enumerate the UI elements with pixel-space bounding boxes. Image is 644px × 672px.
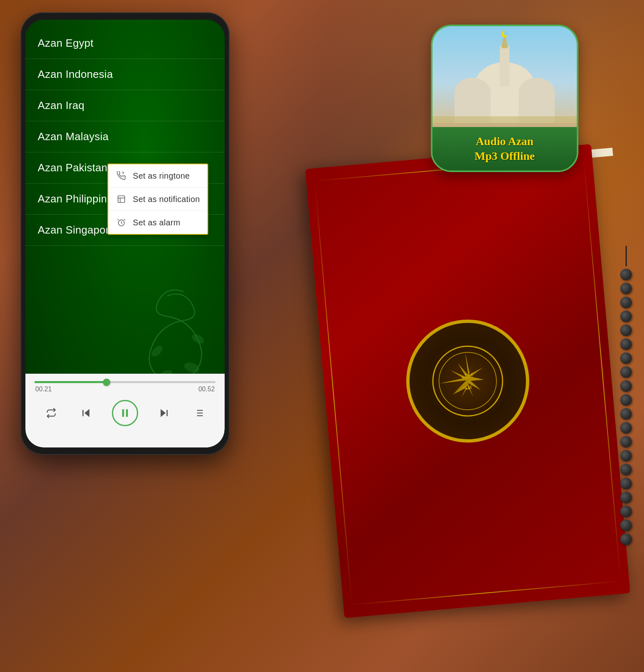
- progress-track[interactable]: [34, 381, 216, 383]
- svg-rect-33: [122, 409, 124, 417]
- svg-rect-34: [126, 409, 128, 417]
- context-menu: Set as ringtone Set as notification: [107, 163, 208, 235]
- quran-medallion: ٱللَّٰه الله: [401, 314, 534, 447]
- playlist-button[interactable]: [190, 404, 208, 422]
- player-area: 00.21 00.52: [25, 374, 225, 447]
- svg-text:ٱللَّٰه: ٱللَّٰه: [460, 372, 474, 380]
- svg-rect-25: [118, 196, 125, 203]
- svg-rect-18: [432, 116, 577, 123]
- context-alarm-label: Set as alarm: [133, 218, 180, 227]
- svg-rect-14: [500, 46, 509, 86]
- time-labels: 00.21 00.52: [34, 386, 216, 393]
- song-item-indonesia[interactable]: Azan Indonesia Set as ringtone: [25, 59, 225, 90]
- phone-device: Azan Egypt Azan Indonesia Set: [20, 12, 230, 455]
- progress-thumb: [103, 379, 110, 386]
- app-icon-text-area: Audio Azan Mp3 Offline: [432, 127, 577, 170]
- ringtone-icon: [116, 170, 127, 182]
- progress-bar-container: 00.21 00.52: [25, 374, 225, 395]
- svg-line-30: [121, 223, 122, 224]
- context-menu-ringtone[interactable]: Set as ringtone: [108, 164, 207, 188]
- repeat-button[interactable]: [42, 404, 60, 422]
- app-icon-title: Audio Azan: [476, 134, 534, 149]
- context-menu-alarm[interactable]: Set as alarm: [108, 211, 207, 234]
- svg-point-17: [504, 31, 509, 36]
- time-total: 00.52: [198, 386, 215, 393]
- app-icon-image: [432, 26, 577, 127]
- app-icon[interactable]: Audio Azan Mp3 Offline: [431, 25, 578, 172]
- song-list: Azan Egypt Azan Indonesia Set: [25, 28, 225, 374]
- phone-screen: Azan Egypt Azan Indonesia Set: [25, 20, 225, 447]
- svg-text:الله: الله: [465, 385, 472, 390]
- song-item-iraq[interactable]: Azan Iraq: [25, 90, 225, 121]
- prev-button[interactable]: [77, 404, 95, 422]
- pause-button[interactable]: [112, 400, 138, 426]
- next-button[interactable]: [155, 404, 173, 422]
- progress-fill: [34, 381, 107, 383]
- song-item-malaysia[interactable]: Azan Malaysia: [25, 121, 225, 152]
- svg-marker-35: [161, 409, 166, 416]
- prayer-beads: [620, 246, 632, 547]
- notification-icon: [116, 193, 127, 205]
- player-controls: [25, 395, 225, 431]
- app-icon-subtitle: Mp3 Offline: [475, 149, 535, 163]
- svg-marker-31: [85, 409, 89, 416]
- quran-book: ٱللَّٰه الله: [305, 144, 630, 618]
- time-current: 00.21: [35, 386, 52, 393]
- context-ringtone-label: Set as ringtone: [133, 171, 190, 181]
- context-notification-label: Set as notification: [133, 195, 200, 204]
- context-menu-notification[interactable]: Set as notification: [108, 188, 207, 211]
- alarm-icon: [116, 217, 127, 228]
- song-item-egypt[interactable]: Azan Egypt: [25, 28, 225, 59]
